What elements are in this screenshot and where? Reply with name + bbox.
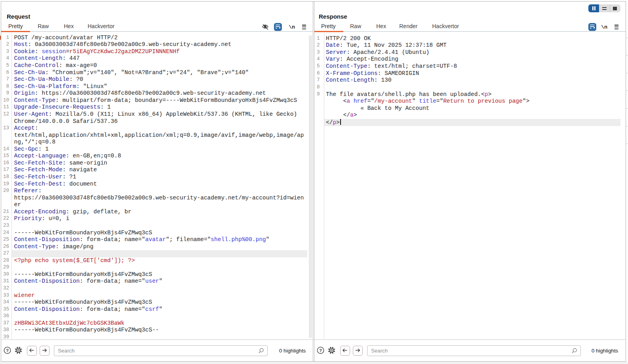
svg-text:?: ? <box>319 348 322 353</box>
svg-text:?: ? <box>6 348 9 353</box>
